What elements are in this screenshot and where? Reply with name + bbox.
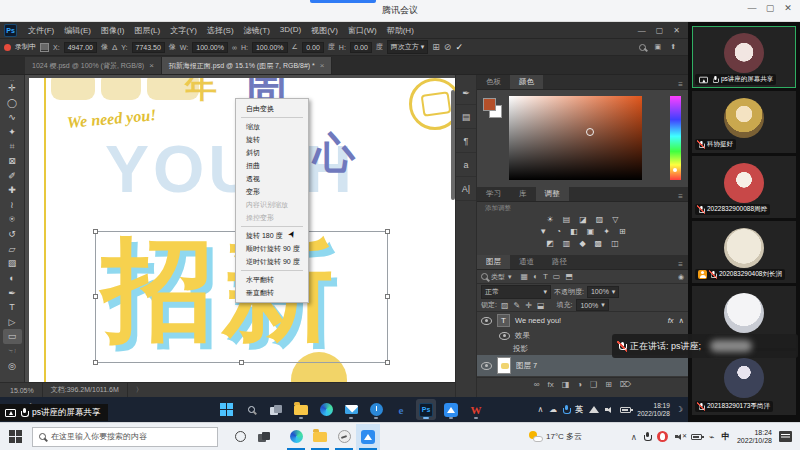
document-tab-active[interactable]: 招新海报正面.psd @ 15.1% (图层 7, RGB/8#) *× <box>162 57 333 74</box>
panel-menu-icon[interactable]: ≡ <box>678 192 688 201</box>
cortana-button[interactable] <box>228 424 252 450</box>
visibility-eye-icon[interactable] <box>481 362 492 370</box>
ps-tool[interactable]: ☜ <box>3 344 22 359</box>
dock-panel-icon[interactable]: A| <box>456 177 476 201</box>
ps-tool[interactable]: ▱ <box>3 242 22 257</box>
panel-menu-icon[interactable]: ≡ <box>678 80 688 89</box>
shared-clock[interactable]: 18:192022/10/28 <box>637 402 670 417</box>
ps-menu-item[interactable]: 图层(L) <box>129 25 165 36</box>
file-explorer-icon[interactable] <box>291 399 311 420</box>
adjustment-icon[interactable]: ◩ <box>546 238 554 250</box>
x-input[interactable]: 4947.00 <box>64 42 97 53</box>
host-meeting-app-icon[interactable] <box>356 424 380 450</box>
layer-filter-type[interactable]: 类型 <box>491 272 505 282</box>
link-dimensions-icon[interactable]: ∞ <box>232 44 237 51</box>
tab-close-icon[interactable]: × <box>320 61 325 70</box>
participant-tile[interactable]: 2022832900088周烨 <box>692 156 796 218</box>
screen-share-indicator[interactable]: ps讲座的屏幕共享 <box>0 404 108 421</box>
host-clock[interactable]: 18:242022/10/28 <box>737 429 772 445</box>
context-menu-item[interactable]: 变形 <box>236 185 308 198</box>
ps-menu-item[interactable]: 3D(D) <box>275 25 306 36</box>
context-menu-item[interactable]: 顺时针旋转 90 度 <box>236 242 308 255</box>
lock-icon[interactable]: ✛ <box>525 301 532 310</box>
filter-pin-icon[interactable]: ◉ <box>678 273 684 281</box>
visibility-eye-icon[interactable] <box>499 332 510 340</box>
layers-action-icon[interactable]: ∞ <box>534 380 540 389</box>
ps-share-icon[interactable]: ⬆ <box>670 43 676 51</box>
context-menu-item[interactable]: 旋转 180 度 <box>236 229 308 242</box>
delta-icon[interactable]: Δ <box>112 43 117 52</box>
filter-dropdown-arrow[interactable]: ▾ <box>508 273 512 281</box>
participant-tile[interactable]: 202183290173季尚洋 <box>692 351 796 415</box>
adjustment-icon[interactable]: ▩ <box>595 238 603 250</box>
dock-panel-icon[interactable]: ✒ <box>456 81 476 105</box>
search-button[interactable] <box>241 399 261 420</box>
qq-icon[interactable] <box>657 431 668 442</box>
ime-indicator[interactable]: 英 <box>575 404 583 415</box>
recorder-app-icon[interactable] <box>332 424 356 450</box>
ps-tool[interactable]: ✐ <box>3 169 22 184</box>
dock-panel-icon[interactable]: a <box>456 153 476 177</box>
layers-action-icon[interactable]: ❑ <box>590 380 597 389</box>
adjustment-icon[interactable]: ◔ <box>556 226 561 238</box>
tab-color[interactable]: 颜色 <box>510 75 543 89</box>
commit-transform-icon[interactable]: ✓ <box>455 42 463 52</box>
host-task-view-button[interactable] <box>252 424 276 450</box>
tab-close-icon[interactable]: × <box>149 61 154 70</box>
layer-filter-icon[interactable]: ◐ <box>533 272 538 281</box>
ps-tool[interactable]: ◎ <box>3 358 22 373</box>
task-view-button[interactable] <box>266 399 286 420</box>
host-explorer-icon[interactable] <box>308 424 332 450</box>
adjustment-icon[interactable]: ☀ <box>546 214 553 226</box>
context-menu-item[interactable]: 斜切 <box>236 146 308 159</box>
layer-filter-icon[interactable]: T <box>543 272 548 281</box>
host-start-button[interactable] <box>9 430 22 443</box>
adjustment-icon[interactable]: ▨ <box>596 214 604 226</box>
cancel-transform-icon[interactable]: ⊘ <box>444 42 452 52</box>
layers-action-icon[interactable]: ◨ <box>562 380 570 389</box>
adjustment-icon[interactable]: ⊞ <box>619 226 626 238</box>
ps-tool[interactable]: ≀ <box>3 198 22 213</box>
document-tab[interactable]: 1024 樱.psd @ 100% (背景, RGB/8)× <box>25 57 162 74</box>
layer-thumbnail[interactable] <box>497 357 511 374</box>
context-menu-item[interactable]: 扭曲 <box>236 159 308 172</box>
ps-search-icon[interactable] <box>639 44 646 51</box>
transform-handle[interactable] <box>93 229 98 234</box>
host-edge-icon[interactable] <box>284 424 308 450</box>
ps-close-button[interactable]: ✕ <box>673 26 680 35</box>
meeting-app-icon[interactable] <box>441 399 461 420</box>
ps-tool[interactable]: ▷ <box>3 315 22 330</box>
ps-menu-item[interactable]: 帮助(H) <box>382 25 419 36</box>
tray-expand-icon[interactable]: ∧ <box>631 432 637 442</box>
text-layer-thumbnail[interactable]: T <box>497 314 510 327</box>
host-search-box[interactable]: 在这里输入你要搜索的内容 <box>32 427 218 447</box>
ps-tool[interactable]: ✒ <box>3 285 22 300</box>
dock-panel-icon[interactable]: ¶ <box>456 129 476 153</box>
ps-tool[interactable]: ↺ <box>3 227 22 242</box>
dock-panel-icon[interactable]: ▤ <box>456 105 476 129</box>
effects-label[interactable]: 效果 <box>515 331 530 341</box>
browser-e-icon[interactable]: e <box>391 399 411 420</box>
ps-menu-item[interactable]: 编辑(E) <box>59 25 96 36</box>
layer-name[interactable]: We need you! <box>515 316 561 325</box>
opacity-select[interactable]: 100% ▾ <box>587 286 619 298</box>
layer-name[interactable]: 图层 7 <box>516 361 537 371</box>
phone-link-icon[interactable]: ⌁ <box>709 432 714 442</box>
onedrive-cloud-icon[interactable]: ☁ <box>549 405 557 414</box>
ps-menu-item[interactable]: 窗口(W) <box>343 25 382 36</box>
panel-menu-icon[interactable]: ≡ <box>678 260 688 269</box>
tab-paths[interactable]: 路径 <box>543 255 576 269</box>
y-input[interactable]: 7743.50 <box>132 42 165 53</box>
h-input[interactable]: 100.00% <box>252 42 288 53</box>
angle-input[interactable]: 0.00 <box>302 42 324 53</box>
ps-menu-item[interactable]: 滤镜(T) <box>239 25 275 36</box>
host-weather-widget[interactable]: 17°C 多云 <box>524 431 582 442</box>
color-field-marker[interactable] <box>586 128 594 136</box>
ps-tool[interactable]: T <box>3 300 22 315</box>
ps-menu-item[interactable]: 文字(Y) <box>165 25 202 36</box>
clock-app-icon[interactable] <box>366 399 386 420</box>
context-menu-item[interactable]: 水平翻转 <box>236 273 308 286</box>
ime-indicator[interactable]: 中 <box>721 431 730 443</box>
fx-collapse-icon[interactable]: ∧ <box>679 316 685 325</box>
layer-row-text[interactable]: T We need you! fx ∧ <box>477 312 688 329</box>
